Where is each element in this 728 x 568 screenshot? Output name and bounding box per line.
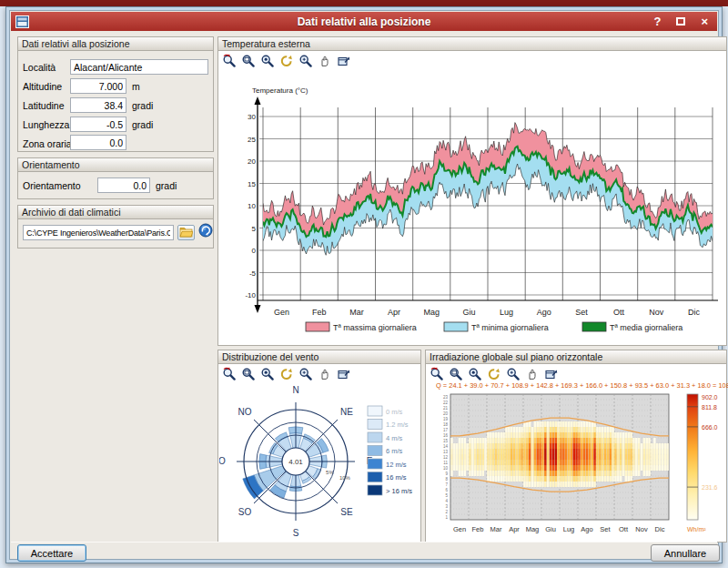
svg-text:Giu: Giu [545,525,556,533]
maximize-button[interactable] [676,15,685,27]
svg-text:25: 25 [248,136,256,144]
redraw-icon[interactable] [278,53,295,69]
zoom-extents-icon[interactable] [259,366,276,382]
svg-text:O: O [219,456,226,466]
dialog-body: Dati relativi alla posizione ? × Dati re… [9,10,719,560]
parent-window-strip [0,0,728,6]
temperature-toolbar [219,52,401,70]
close-button[interactable]: × [701,15,708,27]
zoom-previous-icon[interactable] [221,366,238,382]
svg-text:17: 17 [443,428,449,432]
svg-text:-10: -10 [245,291,256,299]
svg-text:0: 0 [252,247,257,255]
cancel-button[interactable]: Annullare [651,544,720,562]
orientation-input[interactable] [97,178,150,193]
svg-text:21: 21 [443,406,449,411]
locality-input[interactable] [70,59,208,75]
redraw-icon[interactable] [278,366,295,382]
zoom-previous-icon[interactable] [221,53,238,69]
svg-text:231.6: 231.6 [702,484,718,491]
svg-text:Set: Set [575,308,588,317]
zoom-window-icon[interactable] [240,366,257,382]
longitude-label: Lunghezza [23,119,69,130]
export-icon[interactable] [336,366,352,382]
app-icon [15,15,29,28]
zoom-dynamic-icon[interactable] [298,366,314,382]
svg-text:4.01: 4.01 [288,458,303,466]
svg-text:NO: NO [238,407,252,417]
bottom-separator [11,542,717,543]
svg-text:10%: 10% [339,475,351,481]
svg-text:Ott: Ott [619,525,629,533]
svg-text:5: 5 [252,225,257,233]
irradiation-heatmap[interactable]: 2322212019181716151413121110987654321Gen… [427,390,725,541]
pan-icon[interactable] [524,366,541,382]
svg-text:4 m/s: 4 m/s [386,434,403,442]
svg-text:> 16 m/s: > 16 m/s [386,487,412,495]
export-icon[interactable] [543,366,560,382]
zoom-extents-icon[interactable] [259,53,276,69]
accept-button[interactable]: Accettare [17,544,86,562]
svg-text:Ago: Ago [537,308,551,317]
svg-text:Temperatura (°C): Temperatura (°C) [252,86,308,95]
latitude-input[interactable] [70,97,126,113]
export-icon[interactable] [336,53,352,69]
svg-text:SE: SE [340,507,353,517]
group-wind-header: Distribuzione del vento [218,350,420,364]
svg-text:Lug: Lug [500,308,513,317]
group-temperature-header: Temperatura esterna [218,37,726,51]
zoom-dynamic-icon[interactable] [505,366,521,382]
svg-text:SO: SO [238,507,252,517]
svg-text:Gen: Gen [453,525,466,533]
weather-library-button[interactable] [198,225,213,239]
altitude-input[interactable] [70,78,126,94]
blue-globe-icon [198,223,213,241]
longitude-input[interactable] [70,117,126,132]
zoom-previous-icon[interactable] [429,366,445,382]
pan-icon[interactable] [317,53,333,69]
svg-text:Dic: Dic [688,308,700,317]
group-irradiation-header: Irradiazione globale sul piano orizzonta… [426,350,726,364]
svg-text:12: 12 [443,455,449,460]
svg-text:30: 30 [248,113,256,121]
svg-text:15: 15 [443,439,449,443]
longitude-unit: gradi [132,119,153,130]
group-position-header: Dati relativi alla posizione [18,37,213,51]
zoom-dynamic-icon[interactable] [298,53,314,69]
svg-text:22: 22 [443,401,449,405]
svg-text:Tª minima giornaliera: Tª minima giornaliera [471,323,549,332]
temperature-chart[interactable]: Temperatura (°C)302520151050-5-10GenFebM… [219,71,725,344]
svg-text:666.0: 666.0 [702,424,718,431]
svg-text:Set: Set [600,525,611,533]
svg-text:Lug: Lug [563,525,575,533]
altitude-unit: m [132,81,140,92]
zoom-window-icon[interactable] [448,366,464,382]
window-title: Dati relativi alla posizione [11,15,717,28]
browse-folder-button[interactable] [177,225,195,240]
svg-text:Ago: Ago [581,525,592,533]
redraw-icon[interactable] [486,366,502,382]
svg-text:Wh/m²: Wh/m² [687,526,706,532]
svg-text:14: 14 [443,444,449,449]
timezone-label: Zona oraria [23,138,72,149]
svg-text:Gen: Gen [274,308,289,317]
zoom-window-icon[interactable] [240,53,257,69]
svg-text:N: N [292,385,298,395]
help-button[interactable]: ? [653,15,661,27]
svg-text:Apr: Apr [388,308,400,317]
svg-text:20: 20 [248,157,256,166]
pan-icon[interactable] [317,366,333,382]
svg-text:11: 11 [443,461,448,465]
svg-text:S: S [293,528,299,538]
irradiation-toolbar [427,365,609,383]
svg-text:16 m/s: 16 m/s [386,473,407,482]
svg-text:-5: -5 [249,269,257,278]
window-titlebar[interactable]: Dati relativi alla posizione ? × [11,12,717,31]
svg-text:20: 20 [443,411,449,416]
timezone-input[interactable] [70,135,126,150]
svg-text:6 m/s: 6 m/s [386,447,403,455]
svg-text:18: 18 [443,422,449,427]
weather-file-path-input[interactable] [23,225,174,240]
wind-rose-chart[interactable]: 4.01NNEESESSOONO5%10%0 m/s1.2 m/s4 m/s6 … [219,382,420,541]
zoom-extents-icon[interactable] [467,366,483,382]
